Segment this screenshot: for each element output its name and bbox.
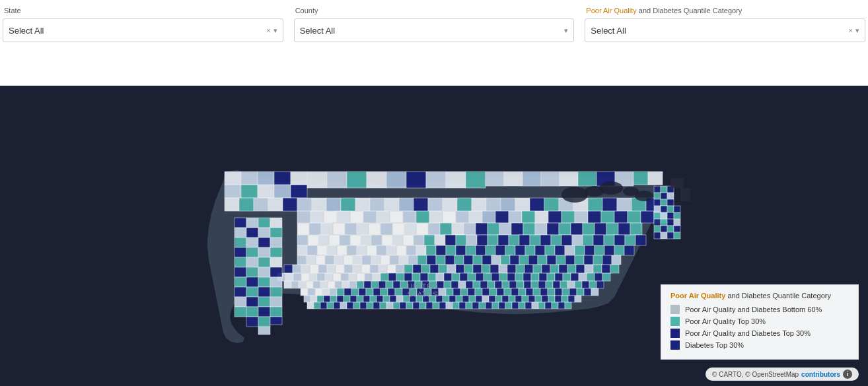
county-select[interactable]: Select All ▾ bbox=[294, 18, 575, 42]
svg-rect-290 bbox=[515, 273, 523, 281]
svg-rect-306 bbox=[313, 281, 320, 288]
svg-rect-475 bbox=[235, 277, 246, 287]
svg-rect-532 bbox=[667, 219, 674, 226]
svg-rect-131 bbox=[424, 235, 435, 245]
svg-rect-530 bbox=[654, 219, 661, 226]
svg-rect-377 bbox=[526, 288, 533, 296]
svg-rect-83 bbox=[575, 211, 588, 223]
category-dropdown-icon[interactable]: ▾ bbox=[855, 26, 859, 35]
svg-rect-143 bbox=[551, 235, 561, 245]
svg-rect-228 bbox=[344, 265, 353, 273]
svg-rect-495 bbox=[258, 267, 270, 277]
svg-rect-426 bbox=[561, 296, 568, 302]
svg-rect-84 bbox=[588, 211, 601, 223]
svg-rect-470 bbox=[235, 228, 246, 238]
category-clear-icon[interactable]: × bbox=[849, 26, 853, 34]
svg-rect-20 bbox=[446, 172, 466, 188]
svg-rect-440 bbox=[380, 302, 386, 309]
svg-rect-186 bbox=[297, 255, 307, 265]
svg-rect-195 bbox=[380, 255, 390, 265]
svg-rect-230 bbox=[361, 265, 370, 273]
svg-rect-13 bbox=[307, 172, 327, 188]
svg-rect-199 bbox=[417, 255, 427, 265]
svg-point-544 bbox=[561, 187, 588, 203]
svg-rect-119 bbox=[297, 235, 308, 245]
svg-rect-509 bbox=[270, 287, 282, 297]
svg-rect-220 bbox=[612, 255, 621, 265]
svg-rect-447 bbox=[426, 302, 433, 309]
county-dropdown-icon[interactable]: ▾ bbox=[564, 26, 568, 35]
svg-rect-365 bbox=[439, 288, 446, 296]
svg-rect-390 bbox=[324, 296, 330, 302]
svg-rect-413 bbox=[476, 296, 482, 302]
svg-rect-141 bbox=[530, 235, 540, 245]
svg-rect-463 bbox=[532, 302, 538, 309]
legend-label-1: Poor Air Quality Top 30% bbox=[685, 317, 766, 325]
svg-rect-86 bbox=[614, 211, 628, 223]
svg-rect-243 bbox=[473, 265, 482, 273]
svg-rect-336 bbox=[531, 281, 538, 288]
svg-rect-51 bbox=[501, 198, 515, 211]
svg-rect-539 bbox=[661, 232, 667, 239]
svg-rect-338 bbox=[546, 281, 553, 288]
info-icon[interactable]: i bbox=[843, 370, 852, 379]
svg-rect-139 bbox=[509, 235, 519, 245]
svg-rect-326 bbox=[458, 281, 466, 288]
svg-rect-424 bbox=[548, 296, 555, 302]
svg-rect-262 bbox=[293, 273, 301, 281]
svg-rect-12 bbox=[291, 185, 307, 198]
svg-rect-328 bbox=[473, 281, 480, 288]
svg-rect-269 bbox=[349, 273, 357, 281]
svg-rect-466 bbox=[552, 302, 558, 309]
state-dropdown-icon[interactable]: ▾ bbox=[273, 26, 277, 35]
svg-rect-476 bbox=[235, 287, 246, 297]
svg-rect-520 bbox=[661, 199, 667, 206]
legend-item-3: Diabetes Top 30% bbox=[670, 340, 849, 350]
svg-rect-343 bbox=[582, 281, 589, 288]
svg-rect-213 bbox=[547, 255, 556, 265]
svg-rect-145 bbox=[572, 235, 583, 245]
svg-rect-35 bbox=[268, 198, 283, 211]
svg-rect-441 bbox=[386, 302, 393, 309]
svg-rect-389 bbox=[317, 296, 324, 302]
svg-rect-148 bbox=[604, 235, 614, 245]
svg-rect-211 bbox=[528, 255, 538, 265]
svg-rect-266 bbox=[325, 273, 333, 281]
svg-rect-348 bbox=[315, 288, 322, 296]
svg-rect-50 bbox=[486, 198, 501, 211]
svg-rect-130 bbox=[414, 235, 424, 245]
svg-rect-416 bbox=[495, 296, 502, 302]
svg-rect-358 bbox=[388, 288, 395, 296]
svg-rect-240 bbox=[447, 265, 456, 273]
category-select[interactable]: Select All × ▾ bbox=[585, 18, 865, 42]
svg-rect-481 bbox=[246, 238, 258, 247]
svg-rect-469 bbox=[235, 218, 246, 228]
svg-rect-250 bbox=[533, 265, 542, 273]
state-select[interactable]: Select All × ▾ bbox=[3, 18, 283, 42]
svg-rect-241 bbox=[456, 265, 464, 273]
svg-rect-472 bbox=[235, 247, 246, 257]
svg-rect-433 bbox=[334, 302, 340, 309]
svg-rect-446 bbox=[419, 302, 426, 309]
map-container[interactable]: UNITED STATES Poor Air Quality and Diabe… bbox=[0, 86, 868, 386]
svg-rect-63 bbox=[310, 211, 324, 223]
attribution-link[interactable]: contributors bbox=[801, 371, 840, 378]
svg-rect-196 bbox=[390, 255, 399, 265]
svg-rect-392 bbox=[337, 296, 344, 302]
svg-rect-82 bbox=[561, 211, 575, 223]
svg-rect-298 bbox=[579, 273, 587, 281]
svg-rect-142 bbox=[540, 235, 551, 245]
svg-rect-490 bbox=[258, 218, 270, 228]
svg-rect-445 bbox=[413, 302, 419, 309]
svg-rect-512 bbox=[270, 317, 282, 325]
svg-rect-352 bbox=[344, 288, 351, 296]
svg-rect-349 bbox=[322, 288, 330, 296]
svg-rect-305 bbox=[306, 281, 313, 288]
svg-rect-53 bbox=[530, 198, 544, 211]
state-clear-icon[interactable]: × bbox=[266, 26, 270, 34]
svg-rect-453 bbox=[466, 302, 472, 309]
svg-rect-423 bbox=[542, 296, 548, 302]
svg-rect-376 bbox=[519, 288, 526, 296]
svg-rect-253 bbox=[559, 265, 567, 273]
svg-rect-188 bbox=[316, 255, 325, 265]
